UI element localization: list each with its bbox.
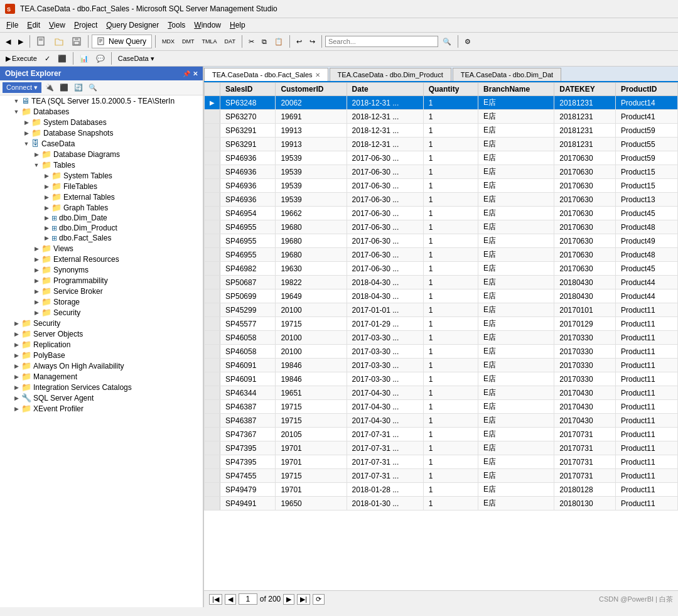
db-dropdown[interactable]: CaseData ▾	[115, 53, 165, 65]
tree-node-servicebroker[interactable]: ▶ 📁 Service Broker	[0, 286, 203, 296]
table-row[interactable]: SP46954196622017-06-30 ...1E店20170630Pro…	[205, 207, 678, 220]
expander-xevent[interactable]: ▶	[11, 406, 21, 412]
expander-dimproduct[interactable]: ▶	[41, 225, 51, 231]
expander-storage[interactable]: ▶	[31, 299, 41, 305]
expander-servicebroker[interactable]: ▶	[31, 288, 41, 294]
tree-node-casedata[interactable]: ▼ 🗄 CaseData	[0, 138, 203, 149]
table-row[interactable]: SP46387197152017-04-30 ...1E店20170430Pro…	[205, 414, 678, 428]
tab-close-factsales[interactable]: ✕	[315, 72, 320, 78]
expander-casedata[interactable]: ▼	[21, 141, 31, 147]
tree-node-replication[interactable]: ▶ 📁 Replication	[0, 339, 203, 350]
table-row[interactable]: SP46936195392017-06-30 ...1E店20170630Pro…	[205, 193, 678, 207]
table-row[interactable]: SP46955196802017-06-30 ...1E店20170630Pro…	[205, 234, 678, 248]
new-query-button[interactable]: New Query	[92, 35, 152, 48]
table-row[interactable]: SP46344196512017-04-30 ...1E店20170430Pro…	[205, 386, 678, 400]
tree-node-synonyms[interactable]: ▶ 📁 Synonyms	[0, 264, 203, 275]
menu-window[interactable]: Window	[190, 19, 225, 31]
table-row[interactable]: SP49479197012018-01-28 ...1E店20180128Pro…	[205, 483, 678, 497]
expander-exttables[interactable]: ▶	[41, 194, 51, 200]
menu-file[interactable]: File	[3, 19, 22, 31]
table-row[interactable]: SP46955196802017-06-30 ...1E店20170630Pro…	[205, 220, 678, 234]
table-row[interactable]: SP63291199132018-12-31 ...1E店20181231Pro…	[205, 124, 678, 138]
menu-view[interactable]: View	[45, 19, 69, 31]
execute-btn[interactable]: ▶ Execute	[3, 53, 40, 65]
expander-dbdiagrams[interactable]: ▶	[31, 151, 41, 158]
table-row[interactable]: SP47395197012017-07-31 ...1E店20170731Pro…	[205, 455, 678, 469]
tree-node-dimproduct[interactable]: ▶ ⊞ dbo.Dim_Product	[0, 223, 203, 233]
menu-tools[interactable]: Tools	[164, 19, 189, 31]
col-quantity[interactable]: Quantity	[423, 83, 478, 96]
table-row[interactable]: SP46058201002017-03-30 ...1E店20170330Pro…	[205, 345, 678, 359]
expander-replication[interactable]: ▶	[11, 342, 21, 348]
tab-dimdat[interactable]: TEA.CaseData - dbo.Dim_Dat	[453, 68, 561, 81]
page-number-input[interactable]	[239, 593, 257, 605]
expander-systemdbs[interactable]: ▶	[21, 119, 31, 126]
expander-polybase[interactable]: ▶	[11, 352, 21, 359]
menu-project[interactable]: Project	[70, 19, 101, 31]
table-row[interactable]: SP47455197152017-07-31 ...1E店20170731Pro…	[205, 469, 678, 483]
table-row[interactable]: SP46387197152017-04-30 ...1E店20170430Pro…	[205, 400, 678, 414]
toolbar-extra1[interactable]: ⚙	[461, 36, 474, 48]
expander-filetables[interactable]: ▶	[41, 183, 51, 190]
expander-views[interactable]: ▶	[31, 246, 41, 252]
tree-node-storage[interactable]: ▶ 📁 Storage	[0, 296, 203, 307]
table-row[interactable]: SP46955196802017-06-30 ...1E店20170630Pro…	[205, 248, 678, 262]
tree-node-programmability[interactable]: ▶ 📁 Programmability	[0, 275, 203, 286]
tab-factsales[interactable]: TEA.CaseData - dbo.Fact_Sales ✕	[204, 68, 328, 82]
new-file-btn[interactable]	[33, 35, 50, 48]
tab-dimproduct[interactable]: TEA.CaseData - dbo.Dim_Product	[330, 68, 451, 81]
tree-node-filetables[interactable]: ▶ 📁 FileTables	[0, 181, 203, 192]
expander-programmability[interactable]: ▶	[31, 278, 41, 284]
tree-node-dbdiagrams[interactable]: ▶ 📁 Database Diagrams	[0, 149, 203, 159]
redo-btn[interactable]: ↪	[306, 36, 318, 48]
table-row[interactable]: SP46936195392017-06-30 ...1E店20170630Pro…	[205, 179, 678, 193]
table-row[interactable]: SP46091198462017-03-30 ...1E店20170330Pro…	[205, 372, 678, 386]
open-btn[interactable]	[51, 35, 67, 48]
col-branchname[interactable]: BranchName	[478, 83, 554, 96]
refresh-results-btn[interactable]: ⟳	[313, 594, 325, 605]
tree-node-systemdbs[interactable]: ▶ 📁 System Databases	[0, 117, 203, 127]
expander-server[interactable]: ▼	[11, 98, 21, 104]
first-page-btn[interactable]: |◀	[209, 594, 222, 605]
table-row[interactable]: SP46058201002017-03-30 ...1E店20170330Pro…	[205, 331, 678, 345]
tree-node-server[interactable]: ▼ 🖥 TEA (SQL Server 15.0.2000.5 - TEA\St…	[0, 95, 203, 106]
tree-node-exttables[interactable]: ▶ 📁 External Tables	[0, 192, 203, 202]
messages-btn[interactable]: 💬	[93, 53, 108, 65]
tree-node-polybase[interactable]: ▶ 📁 PolyBase	[0, 350, 203, 360]
oe-stop-btn[interactable]: ⬛	[58, 83, 70, 92]
col-productid[interactable]: ProductID	[616, 83, 678, 96]
expander-factsales[interactable]: ▶	[41, 235, 51, 241]
forward-btn[interactable]: ▶	[15, 36, 26, 48]
table-row[interactable]: SP46936195392017-06-30 ...1E店20170630Pro…	[205, 151, 678, 165]
col-salesid[interactable]: SalesID	[220, 83, 276, 96]
table-row[interactable]: SP46982196302017-06-30 ...1E店20170630Pro…	[205, 262, 678, 276]
expander-dimdate[interactable]: ▶	[41, 215, 51, 221]
tree-node-databases[interactable]: ▼ 📁 Databases	[0, 106, 203, 117]
expander-security-db[interactable]: ▶	[31, 310, 41, 316]
expander-integration[interactable]: ▶	[11, 384, 21, 391]
pin-icon[interactable]: 📌	[183, 70, 190, 77]
tree-node-security-db[interactable]: ▶ 📁 Security	[0, 307, 203, 318]
table-row[interactable]: SP45299201002017-01-01 ...1E店20170101Pro…	[205, 303, 678, 317]
tree-node-extresources[interactable]: ▶ 📁 External Resources	[0, 254, 203, 264]
table-row[interactable]: SP63291199132018-12-31 ...1E店20181231Pro…	[205, 138, 678, 151]
tree-node-tables[interactable]: ▼ 📁 Tables	[0, 159, 203, 170]
menu-querydesigner[interactable]: Query Designer	[102, 19, 163, 31]
table-row[interactable]: ▶SP63248200622018-12-31 ...1E店20181231Pr…	[205, 96, 678, 110]
expander-security-top[interactable]: ▶	[11, 320, 21, 327]
expander-synonyms[interactable]: ▶	[31, 267, 41, 273]
col-customerid[interactable]: CustomerID	[276, 83, 347, 96]
expander-sqlagent[interactable]: ▶	[11, 395, 21, 401]
save-btn[interactable]	[68, 35, 85, 48]
tree-node-dbsnaps[interactable]: ▶ 📁 Database Snapshots	[0, 127, 203, 138]
tree-node-alwayson[interactable]: ▶ 📁 Always On High Availability	[0, 360, 203, 371]
tree-node-graphtables[interactable]: ▶ 📁 Graph Tables	[0, 202, 203, 213]
last-page-btn[interactable]: ▶|	[297, 594, 310, 605]
tree-node-views[interactable]: ▶ 📁 Views	[0, 243, 203, 254]
dmt-btn[interactable]: DMT	[179, 36, 198, 46]
oe-refresh-btn[interactable]: 🔄	[72, 83, 85, 92]
expander-graphtables[interactable]: ▶	[41, 205, 51, 211]
dat-btn[interactable]: DAT	[222, 36, 239, 46]
expander-dbsnaps[interactable]: ▶	[21, 130, 31, 136]
table-row[interactable]: SP50687198222018-04-30 ...1E店20180430Pro…	[205, 276, 678, 289]
